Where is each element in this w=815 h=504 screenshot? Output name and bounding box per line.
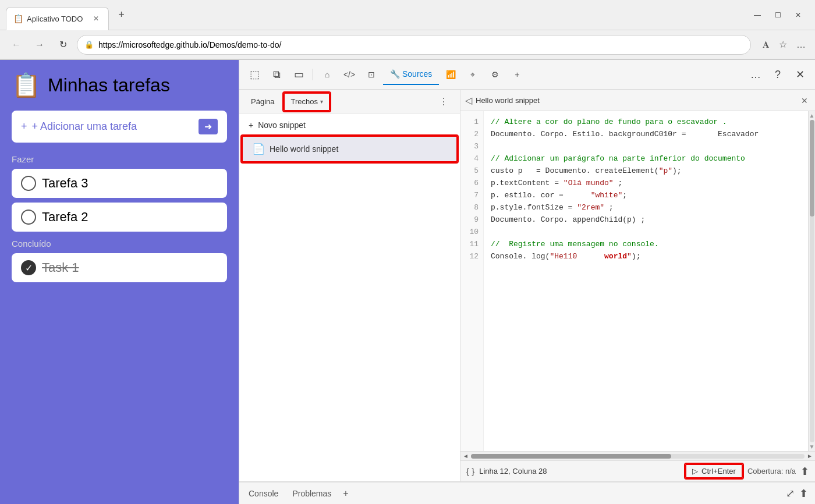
code-line-2: Documento. Corpo. Estilo. backgroundC010…	[491, 128, 801, 140]
task-item-tarefa2[interactable]: Tarefa 2	[12, 203, 227, 232]
line-num-9: 9	[474, 214, 479, 226]
webapp-panel: 📋 Minhas tarefas + + Adicionar uma taref…	[0, 60, 239, 504]
todo-section-label: Fazer	[12, 154, 227, 164]
snippets-panel: Página Trechos ▾ ⋮ + Novo snippet	[239, 90, 460, 481]
run-snippet-button[interactable]: ▷ Ctrl+Enter	[685, 464, 743, 478]
read-aloud-icon[interactable]: 𝐀	[760, 37, 772, 52]
done-section: Concluído ✓ Task 1	[12, 239, 227, 282]
minimize-button[interactable]: —	[750, 10, 764, 20]
line-num-6: 6	[474, 177, 479, 189]
tab-title: Aplicativo TODO	[27, 15, 83, 23]
scroll-track-v[interactable]	[810, 120, 814, 442]
plus-icon: +	[249, 120, 253, 130]
add-task-left: + + Adicionar uma tarefa	[21, 120, 137, 133]
run-label: Ctrl+Enter	[701, 467, 736, 475]
horizontal-scrollbar[interactable]: ◄ ►	[460, 451, 815, 460]
dock-left-icon[interactable]: ⤢	[786, 487, 795, 500]
task-checkbox-task1[interactable]: ✓	[21, 260, 36, 275]
snippets-chevron-icon: ▾	[320, 98, 323, 105]
devtools-toolbar: ⬚ ⧉ ▭ ⌂ </> ⊡ 🔧 Sources 📶 ⌖ ⚙ + … ? ✕	[239, 60, 815, 90]
devtools-tab-network[interactable]: 📶	[440, 64, 461, 85]
active-tab[interactable]: 📋 Aplicativo TODO ✕	[6, 7, 109, 30]
snippets-more-button[interactable]: ⋮	[432, 93, 455, 111]
devtools-help-button[interactable]: ?	[767, 64, 788, 85]
code-back-button[interactable]: ◁	[465, 95, 472, 106]
code-panel: ◁ Hello world snippet ✕ 1 2 3 4 5 6 7 8 …	[460, 90, 815, 481]
tab-close-button[interactable]: ✕	[91, 13, 101, 24]
cursor-position: Linha 12, Coluna 28	[479, 467, 681, 475]
code-line-8: p.style.fontSize = "2rem" ;	[491, 201, 801, 214]
back-button[interactable]: ←	[7, 36, 26, 54]
devtools-device-button[interactable]: ⧉	[266, 64, 287, 85]
devtools-tab-home[interactable]: ⌂	[317, 64, 338, 85]
devtools-split-button[interactable]: ▭	[288, 64, 309, 85]
scroll-track-h[interactable]	[471, 454, 805, 459]
task-checkbox-tarefa3[interactable]	[21, 176, 36, 191]
sources-label: Sources	[402, 69, 432, 79]
line-num-7: 7	[474, 189, 479, 201]
task-item-tarefa3[interactable]: Tarefa 3	[12, 169, 227, 198]
scroll-thumb-h[interactable]	[471, 454, 671, 459]
address-input-wrap[interactable]: 🔒 https://microsoftedge.github.io/Demos/…	[77, 35, 751, 55]
line-num-3: 3	[474, 140, 479, 152]
webapp-icon: 📋	[12, 72, 41, 99]
line-num-4: 4	[474, 152, 479, 165]
code-content-area[interactable]: // Altere a cor do plano de fundo para o…	[484, 111, 808, 451]
url-display: https://microsoftedge.github.io/Demos/de…	[98, 40, 743, 49]
address-bar: ← → ↻ 🔒 https://microsoftedge.github.io/…	[0, 30, 815, 59]
sources-icon: 🔧	[390, 69, 400, 79]
new-snippet-button[interactable]: + Novo snippet	[239, 116, 460, 134]
bottom-tabs-bar: Console Problemas + ⤢ ⬆	[239, 481, 815, 504]
code-line-3	[491, 140, 801, 152]
line-num-8: 8	[474, 201, 479, 214]
code-line-11: // Registre uma mensagem no console.	[491, 238, 801, 250]
task-name-tarefa3: Tarefa 3	[42, 176, 88, 191]
devtools-inspect-button[interactable]: ⬚	[244, 64, 265, 85]
devtools-tab-sources[interactable]: 🔧 Sources	[383, 64, 439, 85]
code-line-1: // Altere a cor do plano de fundo para o…	[491, 116, 801, 128]
vertical-scrollbar[interactable]: ▲ ▼	[808, 111, 815, 451]
scroll-thumb-v[interactable]	[810, 120, 814, 216]
add-panel-button[interactable]: +	[343, 488, 348, 499]
line-num-11: 11	[469, 238, 479, 250]
toolbar-separator-1	[313, 69, 313, 80]
devtools-tab-performance[interactable]: ⌖	[462, 64, 483, 85]
scroll-up-arrow[interactable]: ▲	[809, 112, 815, 119]
scroll-left-arrow[interactable]: ◄	[463, 453, 469, 459]
new-tab-button[interactable]: +	[114, 6, 129, 24]
scroll-down-arrow[interactable]: ▼	[809, 443, 815, 450]
upload-icon[interactable]: ⬆	[800, 465, 809, 478]
favorites-icon[interactable]: ☆	[777, 37, 789, 52]
devtools-tab-plus[interactable]: +	[506, 64, 527, 85]
brackets-icon[interactable]: { }	[466, 466, 474, 476]
task-item-task1[interactable]: ✓ Task 1	[12, 253, 227, 282]
snippets-tab-button[interactable]: Trechos ▾	[284, 93, 329, 111]
problems-tab[interactable]: Problemas	[290, 482, 334, 504]
devtools-close-button[interactable]: ✕	[789, 64, 810, 85]
code-tab-name: Hello world snippet	[476, 96, 795, 105]
main-layout: 📋 Minhas tarefas + + Adicionar uma taref…	[0, 60, 815, 504]
more-icon[interactable]: …	[794, 37, 808, 52]
add-task-button[interactable]: + + Adicionar uma tarefa ➜	[12, 111, 227, 143]
page-tab-label: Página	[251, 97, 274, 106]
line-num-12: 12	[469, 250, 479, 262]
code-tab-close-button[interactable]: ✕	[799, 95, 810, 107]
hello-world-snippet-item[interactable]: 📄 Hello world snippet	[242, 136, 458, 162]
close-window-button[interactable]: ✕	[792, 10, 805, 20]
task-checkbox-tarefa2[interactable]	[21, 210, 36, 225]
line-num-2: 2	[474, 128, 479, 140]
add-task-arrow: ➜	[199, 119, 218, 134]
forward-button[interactable]: →	[30, 36, 49, 54]
snippet-file-icon: 📄	[252, 143, 265, 155]
scroll-right-arrow[interactable]: ►	[807, 453, 813, 459]
add-task-plus: +	[21, 120, 27, 133]
console-tab[interactable]: Console	[246, 482, 281, 504]
page-tab-button[interactable]: Página	[244, 93, 281, 111]
dock-bottom-icon[interactable]: ⬆	[799, 487, 808, 500]
devtools-tab-console-icon[interactable]: ⊡	[361, 64, 382, 85]
devtools-tab-memory[interactable]: ⚙	[484, 64, 505, 85]
maximize-button[interactable]: ☐	[771, 10, 785, 20]
devtools-more-button[interactable]: …	[745, 64, 766, 85]
refresh-button[interactable]: ↻	[54, 36, 72, 54]
devtools-tab-elements[interactable]: </>	[339, 64, 360, 85]
